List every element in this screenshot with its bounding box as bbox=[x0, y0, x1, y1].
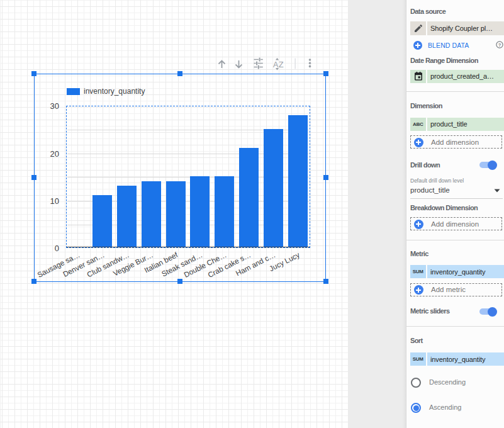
svg-text:Z: Z bbox=[279, 60, 284, 69]
svg-text:?: ? bbox=[498, 42, 501, 47]
svg-text:A: A bbox=[273, 60, 279, 69]
